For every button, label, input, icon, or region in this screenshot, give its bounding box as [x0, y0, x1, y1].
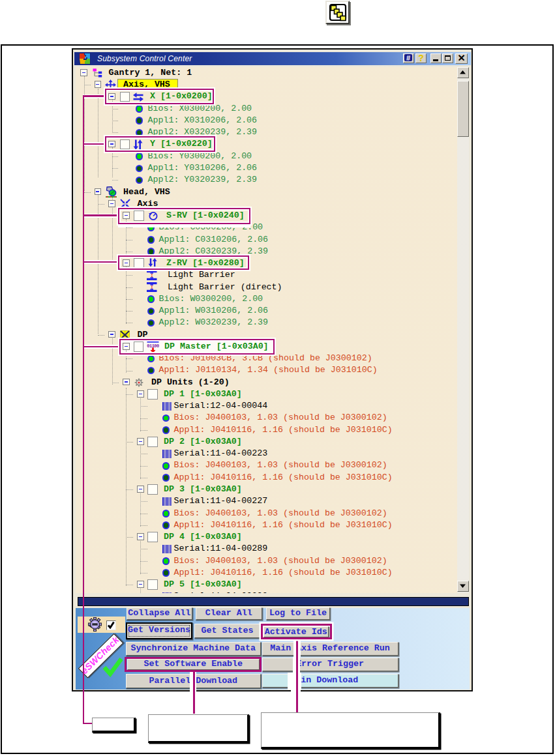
svg-text:#: #	[406, 54, 410, 62]
